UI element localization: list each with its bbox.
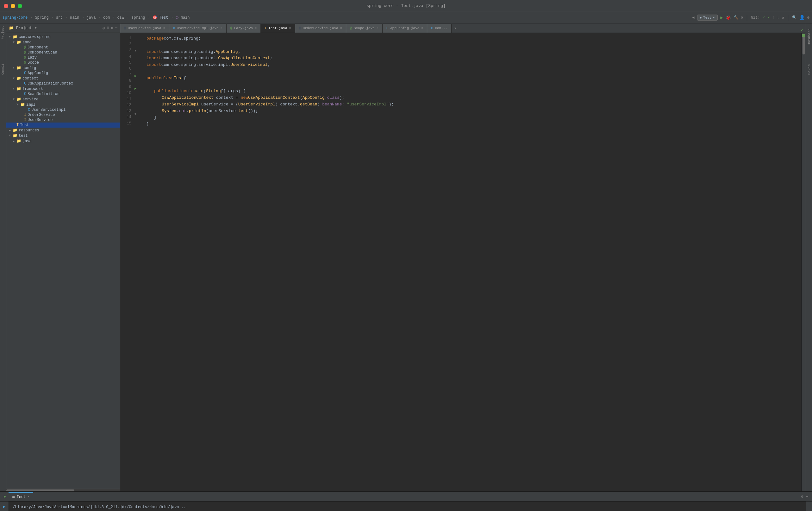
code-line-6 xyxy=(146,68,799,75)
tab-scope[interactable]: @ Scope.java × xyxy=(346,24,383,33)
git-label: Git: xyxy=(751,16,760,20)
nav-back-btn[interactable]: ◀ xyxy=(692,15,694,20)
vertical-scrollbar[interactable] xyxy=(801,33,806,491)
user-btn[interactable]: 👤 xyxy=(799,15,805,20)
horizontal-scrollbar[interactable] xyxy=(6,489,120,491)
build-btn[interactable]: 🔨 xyxy=(733,15,738,20)
tab-close[interactable]: × xyxy=(421,27,423,30)
tab-close[interactable]: × xyxy=(255,27,257,30)
code-line-13: } xyxy=(146,115,799,121)
breadcrumb-com[interactable]: com xyxy=(103,16,110,20)
breadcrumb-spring-core[interactable]: spring-core xyxy=(3,16,28,20)
tree-item-test[interactable]: T Test xyxy=(6,122,120,127)
settings-icon[interactable]: ⚙ xyxy=(111,26,113,30)
breadcrumb-main-method[interactable]: main xyxy=(181,16,190,20)
breadcrumb-test-icon: 🎯 xyxy=(152,15,157,20)
tab-close-test[interactable]: × xyxy=(289,27,291,30)
run-tab-close[interactable]: × xyxy=(28,495,29,499)
tab-appconfig[interactable]: C AppConfig.java × xyxy=(383,24,427,33)
structure-panel-label[interactable]: Structure xyxy=(806,502,812,511)
tab-more-btn[interactable]: ▾ xyxy=(452,24,459,33)
tab-icon: I xyxy=(299,27,301,30)
tree-item-beandefinition[interactable]: C BeanDefinition xyxy=(6,91,120,96)
debug-btn[interactable]: 🐞 xyxy=(726,15,731,20)
close-button[interactable] xyxy=(4,4,8,8)
code-line-11: UserServiceImpl userService = (UserServi… xyxy=(146,101,799,108)
tree-item-impl[interactable]: ▼ 📁 impl xyxy=(6,102,120,107)
tree-item-appconfig[interactable]: C AppConfig xyxy=(6,70,120,76)
run-btn[interactable]: ▶ xyxy=(720,15,723,20)
scope-icon[interactable]: ◎ xyxy=(103,26,105,30)
tree-item-component[interactable]: @ Component xyxy=(6,45,120,50)
tree-item-test-folder[interactable]: ▼ 📁 test xyxy=(6,133,120,138)
breadcrumb-spring[interactable]: Spring xyxy=(35,16,49,20)
tree-item-resources[interactable]: ▶ 📁 resources xyxy=(6,127,120,133)
breadcrumb-test[interactable]: Test xyxy=(159,16,168,20)
project-dropdown-icon[interactable]: ▾ xyxy=(34,26,37,30)
tree-item-cswctx[interactable]: C CswApplicationContex xyxy=(6,81,120,86)
tree-item-userservice[interactable]: I UserService xyxy=(6,117,120,122)
tab-userserviceimpl[interactable]: C UserServiceImpl.java × xyxy=(169,24,227,33)
tab-test[interactable]: T Test.java × xyxy=(261,24,295,33)
tree-item-framework[interactable]: ▼ 📁 framework xyxy=(6,86,120,91)
database-panel-label[interactable]: Database xyxy=(807,26,811,48)
tree-item-com-csw-spring[interactable]: ▼ 📁 com.csw.spring xyxy=(6,34,120,39)
window-controls[interactable] xyxy=(4,4,22,8)
commit-icon[interactable]: Commit xyxy=(1,63,5,75)
scrollbar-thumb[interactable] xyxy=(6,489,75,491)
settings-btn[interactable]: ⚙ xyxy=(807,15,809,20)
tab-userservice[interactable]: I UserService.java × xyxy=(120,24,169,33)
tree-item-java[interactable]: ▶ 📁 java xyxy=(6,138,120,144)
tab-orderservice[interactable]: I OrderService.java × xyxy=(295,24,346,33)
arrow-icon: ▼ xyxy=(9,134,13,137)
breadcrumb-csw[interactable]: csw xyxy=(117,16,124,20)
more-tools-btn[interactable]: ⚙ xyxy=(741,15,743,20)
git-update[interactable]: ↓ xyxy=(777,16,779,20)
left-sidebar: Project Commit xyxy=(0,23,6,491)
project-icon[interactable]: Project xyxy=(1,26,5,39)
tab-close[interactable]: × xyxy=(163,27,165,30)
arrow-icon: ▼ xyxy=(13,40,17,44)
run-config-btn[interactable]: ▶ Test ▾ xyxy=(697,15,718,21)
git-history[interactable]: ↺ xyxy=(782,15,784,20)
tree-item-context[interactable]: ▼ 📁 context xyxy=(6,76,120,81)
breadcrumb-src[interactable]: src xyxy=(56,16,63,20)
code-line-15 xyxy=(146,127,799,134)
tree-item-anno[interactable]: ▼ 📁 anno xyxy=(6,39,120,45)
git-push[interactable]: ↑ xyxy=(772,16,774,20)
arrow-icon: ▶ xyxy=(9,129,13,132)
tab-lazy[interactable]: @ Lazy.java × xyxy=(227,24,261,33)
settings-btn[interactable]: ⚙ xyxy=(801,494,804,499)
tree-item-userserviceimpl[interactable]: C UserServiceImpl xyxy=(6,107,120,112)
tab-close[interactable]: × xyxy=(377,27,378,30)
run-play-btn[interactable]: ▶ xyxy=(1,503,8,510)
tree-item-orderservice[interactable]: I OrderService xyxy=(6,112,120,117)
collapse-all-icon[interactable]: ≡ xyxy=(107,26,109,30)
close-panel-icon[interactable]: — xyxy=(115,26,117,30)
breadcrumb-java[interactable]: java xyxy=(87,16,96,20)
scrollbar-thumb[interactable] xyxy=(803,35,805,54)
breadcrumb-main[interactable]: main xyxy=(70,16,80,20)
minimize-button[interactable] xyxy=(11,4,15,8)
window-title: spring-core – Test.java [Spring] xyxy=(367,3,445,8)
breadcrumb-spring2[interactable]: spring xyxy=(131,16,145,20)
tab-close[interactable]: × xyxy=(340,27,342,30)
main-area: Project Commit 📁 Project ▾ ◎ ≡ ⚙ — ▼ 📁 c… xyxy=(0,23,812,491)
tree-item-lazy[interactable]: @ Lazy xyxy=(6,55,120,60)
maven-panel-label[interactable]: Maven xyxy=(807,62,811,77)
code-content[interactable]: package com.csw.spring; import com.csw.s… xyxy=(144,33,801,491)
tab-con[interactable]: C Con... xyxy=(427,24,452,33)
run-tab-test[interactable]: ▭ Test × xyxy=(8,492,33,501)
maximize-button[interactable] xyxy=(18,4,22,8)
tree-item-service[interactable]: ▼ 📁 service xyxy=(6,96,120,102)
tree-item-config[interactable]: ▼ 📁 config xyxy=(6,65,120,70)
tree-item-scope[interactable]: @ Scope xyxy=(6,60,120,65)
close-panel-btn[interactable]: — xyxy=(806,494,808,499)
top-toolbar: spring-core › Spring › src › main › java… xyxy=(0,12,812,23)
folder-icon: 📁 xyxy=(17,40,21,45)
tab-close[interactable]: × xyxy=(221,27,223,30)
tree-item-componentscan[interactable]: @ ComponentScan xyxy=(6,50,120,55)
search-everywhere-btn[interactable]: 🔍 xyxy=(792,15,797,20)
folder-icon: 📁 xyxy=(13,128,18,133)
code-line-9: public static void main(String[] args) { xyxy=(146,88,799,95)
